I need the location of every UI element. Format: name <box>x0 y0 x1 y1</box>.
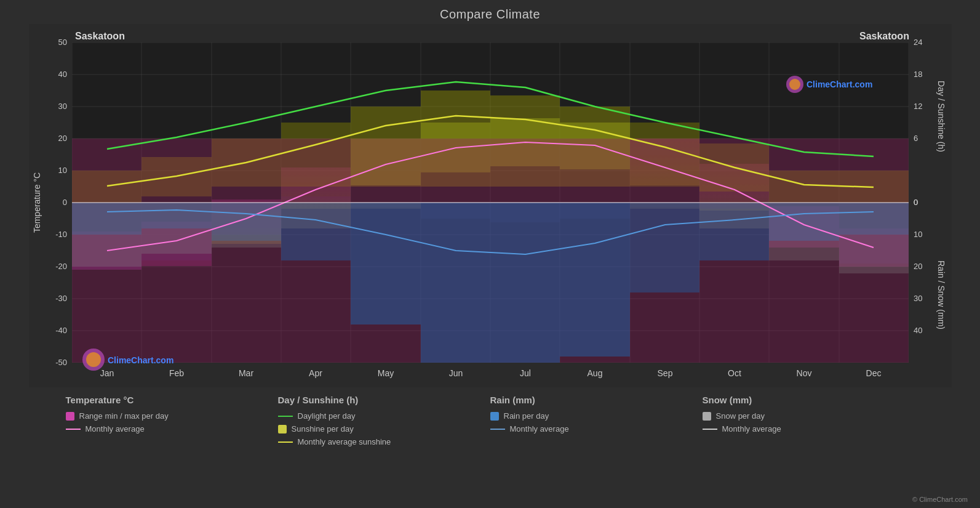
legend-item-rain: Rain per day <box>490 411 703 421</box>
sunshine-avg-swatch <box>278 441 293 443</box>
svg-text:10: 10 <box>58 166 66 175</box>
svg-text:Rain / Snow (mm): Rain / Snow (mm) <box>936 260 946 329</box>
svg-text:20: 20 <box>914 262 922 271</box>
legend-item-snow-avg: Monthly average <box>703 424 915 433</box>
svg-rect-83 <box>699 203 769 228</box>
svg-rect-85 <box>839 203 909 273</box>
rain-avg-swatch <box>490 429 505 430</box>
temp-avg-swatch <box>66 429 81 430</box>
svg-rect-69 <box>351 203 421 325</box>
legend-title-sunshine: Day / Sunshine (h) <box>278 395 490 405</box>
svg-text:ClimeChart.com: ClimeChart.com <box>807 79 872 89</box>
legend-item-snow: Snow per day <box>703 411 915 421</box>
svg-text:Jan: Jan <box>100 368 114 378</box>
temp-range-label: Range min / max per day <box>79 411 169 421</box>
temp-avg-label: Monthly average <box>86 424 145 433</box>
temp-range-swatch <box>66 412 74 421</box>
svg-text:Aug: Aug <box>587 368 602 378</box>
snow-label: Snow per day <box>716 411 765 421</box>
svg-text:50: 50 <box>58 38 66 47</box>
svg-text:-10: -10 <box>55 230 67 239</box>
rain-avg-label: Monthly average <box>510 424 569 433</box>
svg-text:12: 12 <box>914 102 922 111</box>
legend-item-rain-avg: Monthly average <box>490 424 703 433</box>
svg-text:Mar: Mar <box>238 368 253 378</box>
svg-text:Nov: Nov <box>796 368 811 378</box>
svg-rect-82 <box>630 203 699 209</box>
legend-section-sunshine: Day / Sunshine (h) Daylight per day Suns… <box>278 395 490 446</box>
snow-avg-label: Monthly average <box>722 424 781 433</box>
legend-area: Temperature °C Range min / max per day M… <box>29 387 952 446</box>
sunshine-swatch <box>278 425 287 433</box>
svg-text:Oct: Oct <box>728 368 741 378</box>
legend-title-snow: Snow (mm) <box>703 395 915 405</box>
svg-text:Day / Sunshine (h): Day / Sunshine (h) <box>936 81 946 152</box>
svg-text:10: 10 <box>914 230 922 239</box>
page-container: Compare Climate <box>0 0 980 508</box>
svg-text:Saskatoon: Saskatoon <box>75 31 125 41</box>
svg-text:-30: -30 <box>55 294 67 303</box>
svg-text:30: 30 <box>914 294 922 303</box>
svg-text:Feb: Feb <box>169 368 183 378</box>
svg-text:0: 0 <box>62 198 66 207</box>
svg-text:6: 6 <box>914 134 918 143</box>
svg-text:20: 20 <box>58 134 66 143</box>
svg-text:Dec: Dec <box>866 368 881 378</box>
svg-text:0: 0 <box>914 198 918 207</box>
svg-rect-79 <box>212 203 281 248</box>
svg-text:Temperature °C: Temperature °C <box>32 172 42 233</box>
svg-rect-71 <box>490 203 560 387</box>
legend-item-temp-avg: Monthly average <box>66 424 278 433</box>
legend-item-temp-range: Range min / max per day <box>66 411 278 421</box>
legend-section-rain: Rain (mm) Rain per day Monthly average <box>490 395 703 446</box>
svg-text:24: 24 <box>914 38 922 47</box>
chart-title: Compare Climate <box>440 7 540 22</box>
svg-text:Sep: Sep <box>657 368 672 378</box>
svg-rect-73 <box>630 203 699 292</box>
svg-text:May: May <box>377 368 393 378</box>
chart-svg: 50 40 30 20 10 0 -10 -20 -30 -40 -50 24 … <box>29 24 952 387</box>
svg-point-129 <box>789 79 800 90</box>
svg-text:ClimeChart.com: ClimeChart.com <box>108 355 173 365</box>
svg-point-126 <box>86 352 101 367</box>
legend-title-temperature: Temperature °C <box>66 395 278 405</box>
svg-text:Apr: Apr <box>309 368 322 378</box>
daylight-swatch <box>278 416 293 417</box>
svg-rect-70 <box>421 203 490 387</box>
svg-text:Jun: Jun <box>448 368 463 378</box>
daylight-label: Daylight per day <box>298 411 356 421</box>
svg-text:40: 40 <box>914 326 922 335</box>
snow-avg-swatch <box>703 429 717 430</box>
svg-text:30: 30 <box>58 102 66 111</box>
sunshine-label: Sunshine per day <box>292 424 354 433</box>
svg-text:40: 40 <box>58 70 66 79</box>
svg-text:-20: -20 <box>55 262 67 271</box>
rain-swatch <box>490 412 499 421</box>
rain-label: Rain per day <box>504 411 549 421</box>
svg-text:18: 18 <box>914 70 922 79</box>
svg-text:Jul: Jul <box>520 368 531 378</box>
svg-rect-72 <box>560 203 630 357</box>
legend-section-temperature: Temperature °C Range min / max per day M… <box>66 395 278 446</box>
copyright: © ClimeChart.com <box>912 496 968 503</box>
legend-item-daylight: Daylight per day <box>278 411 490 421</box>
snow-swatch <box>703 412 711 421</box>
legend-title-rain: Rain (mm) <box>490 395 703 405</box>
legend-item-sunshine-avg: Monthly average sunshine <box>278 437 490 446</box>
svg-rect-77 <box>72 203 141 267</box>
svg-text:Saskatoon: Saskatoon <box>859 31 909 41</box>
svg-rect-81 <box>351 203 421 209</box>
svg-rect-84 <box>769 203 839 260</box>
svg-text:-40: -40 <box>55 326 67 335</box>
svg-text:-50: -50 <box>55 358 67 367</box>
legend-section-snow: Snow (mm) Snow per day Monthly average <box>703 395 915 446</box>
chart-area: 50 40 30 20 10 0 -10 -20 -30 -40 -50 24 … <box>29 24 952 387</box>
sunshine-avg-label: Monthly average sunshine <box>298 437 391 446</box>
legend-item-sunshine: Sunshine per day <box>278 424 490 433</box>
